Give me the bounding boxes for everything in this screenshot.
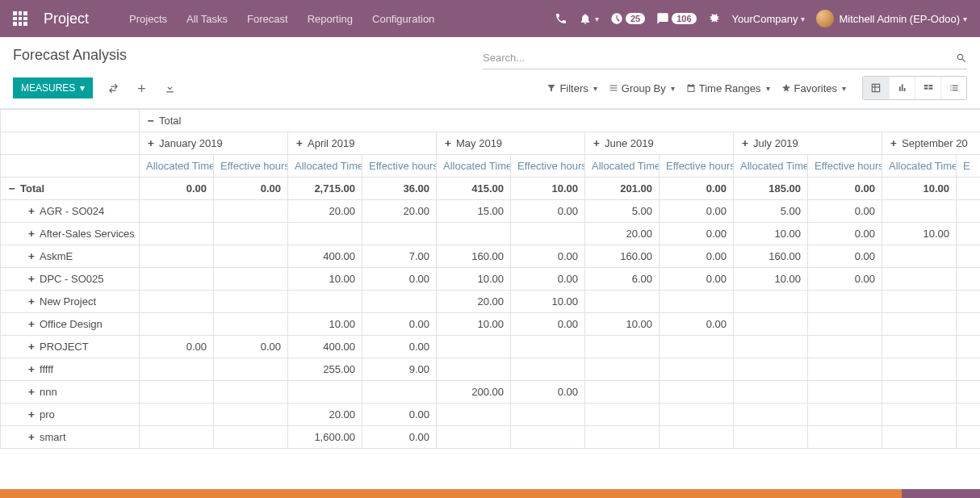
pivot-cell[interactable] <box>882 336 957 358</box>
pivot-row-header[interactable]: +AskmE <box>1 245 140 268</box>
pivot-cell[interactable] <box>957 223 981 245</box>
pivot-cell[interactable] <box>808 381 882 404</box>
apps-menu-icon[interactable] <box>13 11 27 26</box>
pivot-cell[interactable] <box>585 336 660 358</box>
pivot-cell[interactable]: 415.00 <box>437 178 511 200</box>
pivot-cell[interactable] <box>585 426 660 449</box>
pivot-cell[interactable]: 7.00 <box>362 245 437 268</box>
pivot-cell[interactable]: 0.00 <box>140 336 214 358</box>
expand-icon[interactable]: + <box>27 318 36 330</box>
pivot-cell[interactable]: 10.00 <box>734 268 808 291</box>
pivot-cell[interactable]: 5.00 <box>585 200 660 223</box>
pivot-cell[interactable] <box>288 291 362 313</box>
pivot-cell[interactable] <box>140 200 214 223</box>
pivot-cell[interactable] <box>214 313 288 336</box>
pivot-cell[interactable] <box>734 358 808 381</box>
pivot-cell[interactable]: 10.00 <box>511 291 585 313</box>
nav-all-tasks[interactable]: All Tasks <box>178 8 236 30</box>
expand-icon[interactable]: + <box>592 137 601 149</box>
pivot-row-header[interactable]: +PROJECT <box>1 336 140 358</box>
debug-icon[interactable] <box>708 12 721 25</box>
pivot-cell[interactable]: 0.00 <box>660 268 734 291</box>
pivot-cell[interactable]: 15.00 <box>437 200 511 223</box>
user-menu[interactable]: Mitchell Admin (EP-Odoo)▾ <box>816 10 967 27</box>
expand-icon[interactable]: + <box>27 250 36 262</box>
pivot-cell[interactable]: 0.00 <box>362 313 437 336</box>
pivot-col-month[interactable]: +June 2019 <box>585 132 734 155</box>
measure-header[interactable]: Allocated Time <box>882 155 957 178</box>
measures-button[interactable]: MEASURES▾ <box>13 77 93 98</box>
pivot-cell[interactable] <box>957 336 981 358</box>
view-kanban[interactable] <box>915 77 940 99</box>
pivot-cell[interactable] <box>808 358 882 381</box>
pivot-col-month[interactable]: +April 2019 <box>288 132 437 155</box>
expand-icon[interactable]: + <box>443 137 453 149</box>
pivot-cell[interactable] <box>882 381 957 404</box>
pivot-cell[interactable] <box>957 381 981 404</box>
pivot-cell[interactable]: 200.00 <box>437 381 511 404</box>
pivot-cell[interactable] <box>957 404 981 426</box>
pivot-cell[interactable] <box>214 200 288 223</box>
pivot-cell[interactable]: 20.00 <box>288 404 362 426</box>
pivot-row-header[interactable]: +After-Sales Services <box>1 223 140 245</box>
pivot-cell[interactable]: 255.00 <box>288 358 362 381</box>
pivot-cell[interactable] <box>734 404 808 426</box>
pivot-cell[interactable]: 0.00 <box>660 200 734 223</box>
pivot-cell[interactable]: 10.00 <box>585 313 660 336</box>
pivot-cell[interactable]: 10.00 <box>437 268 511 291</box>
pivot-cell[interactable] <box>140 426 214 449</box>
pivot-cell[interactable] <box>140 245 214 268</box>
activities-button[interactable]: 25 <box>610 12 645 25</box>
expand-icon[interactable]: + <box>27 363 36 375</box>
pivot-cell[interactable] <box>214 381 288 404</box>
pivot-cell[interactable] <box>437 336 511 358</box>
expand-icon[interactable]: + <box>27 228 36 240</box>
pivot-cell[interactable] <box>511 426 585 449</box>
pivot-cell[interactable]: 185.00 <box>734 178 808 200</box>
pivot-cell[interactable] <box>660 381 734 404</box>
expand-icon[interactable]: + <box>27 295 36 308</box>
pivot-cell[interactable]: 10.00 <box>437 313 511 336</box>
pivot-cell[interactable]: 0.00 <box>808 245 882 268</box>
collapse-icon[interactable]: − <box>7 182 17 195</box>
app-brand[interactable]: Project <box>44 10 89 27</box>
pivot-cell[interactable]: 10.00 <box>734 223 808 245</box>
pivot-cell[interactable]: 0.00 <box>808 200 882 223</box>
pivot-cell[interactable]: 160.00 <box>734 245 808 268</box>
pivot-row-header[interactable]: +New Project <box>1 291 140 313</box>
pivot-cell[interactable] <box>288 381 362 404</box>
pivot-cell[interactable] <box>140 381 214 404</box>
pivot-cell[interactable] <box>214 358 288 381</box>
notifications-icon[interactable]: ▾ <box>579 12 599 25</box>
measure-header[interactable]: Effective hours <box>214 155 288 178</box>
pivot-cell[interactable] <box>957 268 981 291</box>
pivot-cell[interactable]: 0.00 <box>660 178 734 200</box>
pivot-cell[interactable] <box>957 358 981 381</box>
pivot-cell[interactable]: 0.00 <box>140 178 214 200</box>
pivot-cell[interactable] <box>660 404 734 426</box>
pivot-cell[interactable]: 10.00 <box>882 178 957 200</box>
groupby-menu[interactable]: Group By▾ <box>609 82 675 94</box>
pivot-cell[interactable]: 160.00 <box>585 245 660 268</box>
pivot-col-month[interactable]: +July 2019 <box>734 132 882 155</box>
pivot-cell[interactable]: 10.00 <box>511 178 585 200</box>
expand-icon[interactable]: + <box>27 386 36 398</box>
pivot-cell[interactable] <box>660 336 734 358</box>
pivot-cell[interactable]: 36.00 <box>362 178 437 200</box>
pivot-cell[interactable] <box>585 358 660 381</box>
expand-icon[interactable]: + <box>740 137 750 149</box>
pivot-row-header[interactable]: +fffff <box>1 358 140 381</box>
measure-header[interactable]: Allocated Time <box>140 155 214 178</box>
nav-forecast[interactable]: Forecast <box>239 8 296 30</box>
nav-projects[interactable]: Projects <box>121 8 175 30</box>
expand-icon[interactable]: + <box>27 205 36 217</box>
expand-icon[interactable]: + <box>295 137 304 149</box>
measure-header[interactable]: Effective hours <box>362 155 437 178</box>
pivot-cell[interactable] <box>585 381 660 404</box>
view-list[interactable] <box>940 77 966 99</box>
pivot-cell[interactable]: 0.00 <box>362 404 437 426</box>
pivot-cell[interactable] <box>214 291 288 313</box>
pivot-cell[interactable]: 20.00 <box>362 200 437 223</box>
pivot-cell[interactable]: 0.00 <box>511 268 585 291</box>
pivot-cell[interactable] <box>511 358 585 381</box>
